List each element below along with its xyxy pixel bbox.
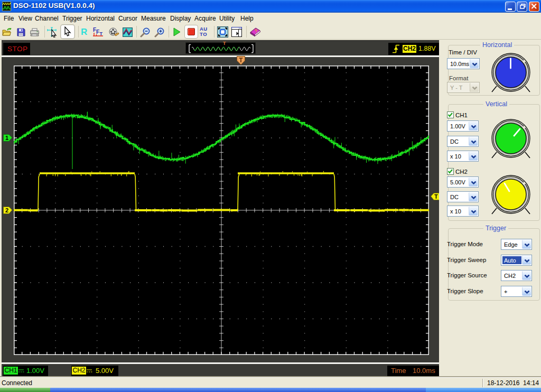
svg-text:T: T [434, 193, 438, 200]
svg-text:1: 1 [5, 135, 8, 141]
svg-text:2: 2 [5, 207, 8, 213]
svg-text:F: F [96, 29, 99, 35]
